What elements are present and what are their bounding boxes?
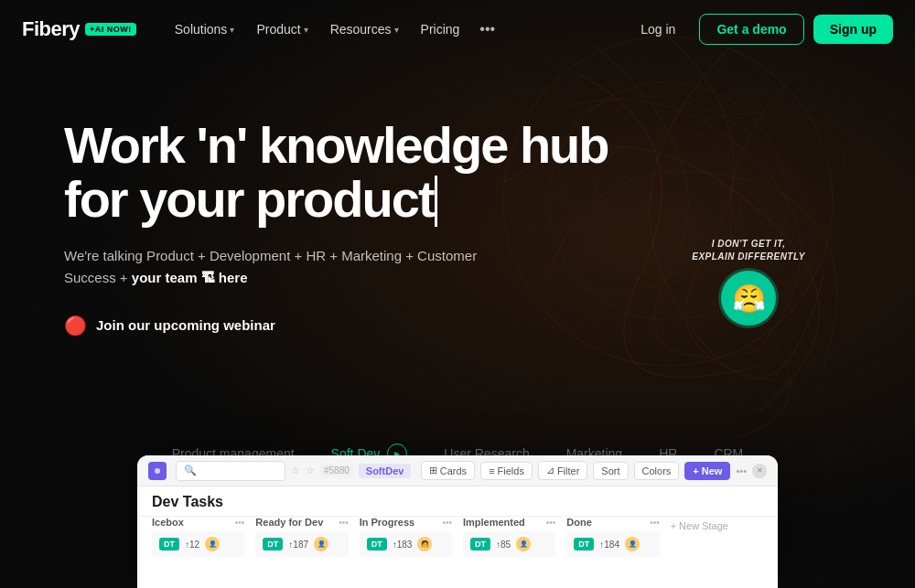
col-dots: ••• <box>235 518 245 528</box>
close-button[interactable]: ✕ <box>752 464 767 478</box>
col-header-implemented: Implemented ••• <box>463 517 555 528</box>
kanban-card: DT ↑187 👤 <box>255 531 348 557</box>
hero-subtitle-bold: your team 🏗 here <box>132 270 248 285</box>
colors-button[interactable]: Colors <box>634 462 680 480</box>
app-preview-panel: 🔍 ☆ ☆ #5880 SoftDev ⊞ Cards ≡ Fields ⊿ <box>137 455 778 588</box>
webinar-link[interactable]: 🔴 Join our upcoming webinar <box>64 315 608 337</box>
more-icon: ••• <box>736 465 747 476</box>
toolbar-buttons: ⊞ Cards ≡ Fields ⊿ Filter Sort Colors + … <box>421 461 767 480</box>
filter-button[interactable]: ⊿ Filter <box>538 461 587 480</box>
logo-area: Fibery +AI NOW! <box>22 17 136 41</box>
card-avatar: 👤 <box>516 537 531 551</box>
card-avatar: 👤 <box>625 537 640 551</box>
kanban-col-inprogress: In Progress ••• DT ↑183 🧑 <box>360 517 452 572</box>
webinar-icon: 🔴 <box>64 315 87 337</box>
star-icon-2: ☆ <box>306 465 315 476</box>
hero-section: Fibery +AI NOW! Solutions ▾ Product ▾ Re… <box>0 0 915 588</box>
navbar: Fibery +AI NOW! Solutions ▾ Product ▾ Re… <box>0 0 915 59</box>
kanban-card: DT ↑184 👤 <box>566 531 659 557</box>
star-icon: ☆ <box>291 465 300 476</box>
counter-badge: #5880 <box>320 465 353 476</box>
demo-button[interactable]: Get a demo <box>699 14 803 45</box>
nav-product[interactable]: Product ▾ <box>247 16 317 42</box>
chevron-icon: ▾ <box>394 25 399 35</box>
nav-pricing[interactable]: Pricing <box>412 16 469 42</box>
app-icon <box>148 462 167 480</box>
app-title: Dev Tasks <box>152 494 223 509</box>
col-dots: ••• <box>650 518 660 528</box>
col-header-inprogress: In Progress ••• <box>360 517 452 528</box>
breadcrumb-label[interactable]: SoftDev <box>359 464 412 478</box>
app-toolbar: 🔍 ☆ ☆ #5880 SoftDev <box>176 461 412 481</box>
kanban-col-implemented: Implemented ••• DT ↑85 👤 <box>463 517 555 572</box>
chevron-icon: ▾ <box>304 25 308 35</box>
new-button[interactable]: + New <box>684 462 730 480</box>
annotation-avatar: 😤 <box>721 271 776 326</box>
text-cursor <box>435 176 437 227</box>
col-dots: ••• <box>339 518 349 528</box>
kanban-col-add: + New Stage <box>671 517 763 572</box>
hero-content: Work 'n' knowledge hub for your product … <box>64 119 608 337</box>
annotation-tooltip: I DON'T GET IT,EXPLAIN DIFFERENTLY 😤 <box>692 238 805 326</box>
app-title-bar: Dev Tasks <box>137 486 778 517</box>
signup-button[interactable]: Sign up <box>813 15 893 44</box>
chevron-icon: ▾ <box>230 25 234 35</box>
nav-actions: Log in Get a demo Sign up <box>626 14 893 45</box>
logo-text[interactable]: Fibery <box>22 17 80 41</box>
col-header-icebox: Icebox ••• <box>152 517 244 528</box>
col-header-done: Done ••• <box>566 517 659 528</box>
fields-icon: ≡ <box>489 465 494 476</box>
hero-title: Work 'n' knowledge hub for your product <box>64 119 608 227</box>
ai-badge: +AI NOW! <box>85 23 136 36</box>
search-icon: 🔍 <box>184 465 197 476</box>
fields-button[interactable]: ≡ Fields <box>480 462 533 480</box>
kanban-board: Icebox ••• DT ↑12 👤 Ready for Dev ••• DT… <box>137 517 778 572</box>
kanban-col-icebox: Icebox ••• DT ↑12 👤 <box>152 517 244 572</box>
card-avatar: 👤 <box>205 537 220 551</box>
login-button[interactable]: Log in <box>626 15 690 44</box>
kanban-col-done: Done ••• DT ↑184 👤 <box>566 517 659 572</box>
kanban-col-ready: Ready for Dev ••• DT ↑187 👤 <box>255 517 348 572</box>
hero-subtitle: We're talking Product + Development + HR… <box>64 245 608 289</box>
filter-icon: ⊿ <box>546 465 554 476</box>
col-dots: ••• <box>546 518 556 528</box>
kanban-card: DT ↑85 👤 <box>463 531 555 557</box>
kanban-card: DT ↑183 🧑 <box>360 531 452 557</box>
col-dots: ••• <box>442 518 452 528</box>
more-options-button[interactable]: ••• <box>472 16 502 43</box>
col-header-ready: Ready for Dev ••• <box>255 517 348 528</box>
kanban-card: DT ↑12 👤 <box>152 531 244 557</box>
nav-solutions[interactable]: Solutions ▾ <box>166 16 244 42</box>
app-header: 🔍 ☆ ☆ #5880 SoftDev ⊞ Cards ≡ Fields ⊿ <box>137 455 778 486</box>
search-box[interactable]: 🔍 <box>176 461 285 481</box>
add-stage-button[interactable]: + New Stage <box>671 519 728 531</box>
cards-button[interactable]: ⊞ Cards <box>421 461 475 480</box>
card-avatar: 🧑 <box>417 537 432 551</box>
nav-resources[interactable]: Resources ▾ <box>321 16 408 42</box>
annotation-text: I DON'T GET IT,EXPLAIN DIFFERENTLY <box>692 238 805 263</box>
svg-point-6 <box>155 468 160 474</box>
nav-links: Solutions ▾ Product ▾ Resources ▾ Pricin… <box>166 16 626 43</box>
cards-icon: ⊞ <box>429 465 437 476</box>
card-avatar: 👤 <box>314 537 328 551</box>
sort-button[interactable]: Sort <box>593 462 628 480</box>
